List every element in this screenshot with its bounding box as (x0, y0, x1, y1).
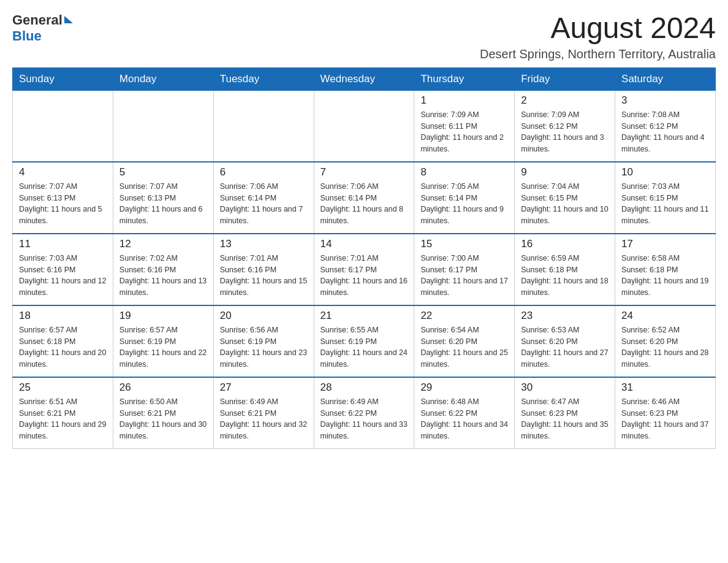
day-number: 21 (320, 310, 408, 322)
day-number: 29 (420, 381, 508, 394)
calendar-cell (314, 90, 414, 162)
calendar-header-sunday: Sunday (13, 67, 113, 90)
day-number: 16 (521, 238, 609, 250)
calendar-cell (113, 90, 213, 162)
calendar-cell: 5Sunrise: 7:07 AM Sunset: 6:13 PM Daylig… (113, 162, 213, 234)
day-info: Sunrise: 6:58 AM Sunset: 6:18 PM Dayligh… (621, 253, 709, 299)
day-number: 18 (19, 310, 107, 322)
calendar-week-row: 11Sunrise: 7:03 AM Sunset: 6:16 PM Dayli… (13, 234, 716, 305)
calendar-cell: 11Sunrise: 7:03 AM Sunset: 6:16 PM Dayli… (13, 234, 113, 305)
day-number: 24 (621, 310, 709, 322)
day-number: 25 (19, 381, 107, 394)
calendar-cell: 12Sunrise: 7:02 AM Sunset: 6:16 PM Dayli… (113, 234, 213, 305)
day-info: Sunrise: 6:54 AM Sunset: 6:20 PM Dayligh… (420, 324, 508, 370)
day-number: 20 (220, 310, 308, 322)
day-number: 5 (119, 166, 207, 178)
day-number: 12 (119, 238, 207, 250)
day-info: Sunrise: 6:49 AM Sunset: 6:21 PM Dayligh… (220, 396, 308, 442)
day-number: 6 (220, 166, 308, 178)
day-info: Sunrise: 6:51 AM Sunset: 6:21 PM Dayligh… (19, 396, 107, 442)
month-title: August 2024 (480, 12, 716, 45)
day-info: Sunrise: 7:09 AM Sunset: 6:11 PM Dayligh… (420, 109, 508, 155)
day-number: 14 (320, 238, 408, 250)
page-header: General Blue August 2024 Desert Springs,… (12, 12, 716, 61)
day-number: 3 (621, 94, 709, 107)
day-number: 28 (320, 381, 408, 394)
day-info: Sunrise: 7:01 AM Sunset: 6:16 PM Dayligh… (220, 253, 308, 299)
calendar-cell: 6Sunrise: 7:06 AM Sunset: 6:14 PM Daylig… (213, 162, 314, 234)
calendar-cell (13, 90, 113, 162)
day-info: Sunrise: 7:06 AM Sunset: 6:14 PM Dayligh… (220, 181, 308, 227)
logo-blue-text: Blue (12, 28, 42, 44)
day-info: Sunrise: 6:50 AM Sunset: 6:21 PM Dayligh… (119, 396, 207, 442)
day-number: 19 (119, 310, 207, 322)
calendar-cell: 23Sunrise: 6:53 AM Sunset: 6:20 PM Dayli… (515, 305, 615, 377)
day-info: Sunrise: 6:47 AM Sunset: 6:23 PM Dayligh… (521, 396, 609, 442)
calendar-header-tuesday: Tuesday (213, 67, 314, 90)
calendar-cell: 20Sunrise: 6:56 AM Sunset: 6:19 PM Dayli… (213, 305, 314, 377)
calendar-header-saturday: Saturday (615, 67, 716, 90)
calendar-cell: 28Sunrise: 6:49 AM Sunset: 6:22 PM Dayli… (314, 377, 414, 449)
calendar-week-row: 1Sunrise: 7:09 AM Sunset: 6:11 PM Daylig… (13, 90, 716, 162)
day-info: Sunrise: 6:56 AM Sunset: 6:19 PM Dayligh… (220, 324, 308, 370)
location-title: Desert Springs, Northern Territory, Aust… (480, 47, 716, 61)
day-number: 30 (521, 381, 609, 394)
calendar-header-friday: Friday (515, 67, 615, 90)
day-number: 27 (220, 381, 308, 394)
calendar-cell: 27Sunrise: 6:49 AM Sunset: 6:21 PM Dayli… (213, 377, 314, 449)
day-info: Sunrise: 6:57 AM Sunset: 6:19 PM Dayligh… (119, 324, 207, 370)
calendar-cell: 29Sunrise: 6:48 AM Sunset: 6:22 PM Dayli… (414, 377, 515, 449)
day-info: Sunrise: 7:08 AM Sunset: 6:12 PM Dayligh… (621, 109, 709, 155)
calendar-cell: 15Sunrise: 7:00 AM Sunset: 6:17 PM Dayli… (414, 234, 515, 305)
day-info: Sunrise: 7:04 AM Sunset: 6:15 PM Dayligh… (521, 181, 609, 227)
logo: General Blue (12, 12, 73, 44)
calendar-week-row: 25Sunrise: 6:51 AM Sunset: 6:21 PM Dayli… (13, 377, 716, 449)
day-info: Sunrise: 6:57 AM Sunset: 6:18 PM Dayligh… (19, 324, 107, 370)
calendar-header-monday: Monday (113, 67, 213, 90)
day-info: Sunrise: 7:06 AM Sunset: 6:14 PM Dayligh… (320, 181, 408, 227)
calendar-cell: 26Sunrise: 6:50 AM Sunset: 6:21 PM Dayli… (113, 377, 213, 449)
day-number: 4 (19, 166, 107, 178)
day-number: 26 (119, 381, 207, 394)
day-info: Sunrise: 7:07 AM Sunset: 6:13 PM Dayligh… (119, 181, 207, 227)
day-info: Sunrise: 7:05 AM Sunset: 6:14 PM Dayligh… (420, 181, 508, 227)
day-info: Sunrise: 6:46 AM Sunset: 6:23 PM Dayligh… (621, 396, 709, 442)
day-info: Sunrise: 7:01 AM Sunset: 6:17 PM Dayligh… (320, 253, 408, 299)
day-number: 13 (220, 238, 308, 250)
calendar-cell: 9Sunrise: 7:04 AM Sunset: 6:15 PM Daylig… (515, 162, 615, 234)
day-number: 10 (621, 166, 709, 178)
calendar-cell (213, 90, 314, 162)
day-info: Sunrise: 6:48 AM Sunset: 6:22 PM Dayligh… (420, 396, 508, 442)
calendar-cell: 4Sunrise: 7:07 AM Sunset: 6:13 PM Daylig… (13, 162, 113, 234)
calendar-cell: 1Sunrise: 7:09 AM Sunset: 6:11 PM Daylig… (414, 90, 515, 162)
day-number: 17 (621, 238, 709, 250)
day-number: 8 (420, 166, 508, 178)
calendar-cell: 24Sunrise: 6:52 AM Sunset: 6:20 PM Dayli… (615, 305, 716, 377)
day-number: 22 (420, 310, 508, 322)
calendar-cell: 19Sunrise: 6:57 AM Sunset: 6:19 PM Dayli… (113, 305, 213, 377)
day-number: 23 (521, 310, 609, 322)
calendar-cell: 25Sunrise: 6:51 AM Sunset: 6:21 PM Dayli… (13, 377, 113, 449)
day-info: Sunrise: 7:07 AM Sunset: 6:13 PM Dayligh… (19, 181, 107, 227)
calendar-cell: 7Sunrise: 7:06 AM Sunset: 6:14 PM Daylig… (314, 162, 414, 234)
day-number: 7 (320, 166, 408, 178)
calendar-cell: 30Sunrise: 6:47 AM Sunset: 6:23 PM Dayli… (515, 377, 615, 449)
day-info: Sunrise: 6:52 AM Sunset: 6:20 PM Dayligh… (621, 324, 709, 370)
day-number: 2 (521, 94, 609, 107)
calendar-table: SundayMondayTuesdayWednesdayThursdayFrid… (12, 67, 716, 449)
calendar-cell: 22Sunrise: 6:54 AM Sunset: 6:20 PM Dayli… (414, 305, 515, 377)
day-info: Sunrise: 7:02 AM Sunset: 6:16 PM Dayligh… (119, 253, 207, 299)
calendar-cell: 13Sunrise: 7:01 AM Sunset: 6:16 PM Dayli… (213, 234, 314, 305)
logo-general-text: General (12, 12, 63, 28)
day-number: 1 (420, 94, 508, 107)
logo-triangle-icon (64, 16, 73, 23)
day-number: 11 (19, 238, 107, 250)
calendar-cell: 14Sunrise: 7:01 AM Sunset: 6:17 PM Dayli… (314, 234, 414, 305)
calendar-cell: 18Sunrise: 6:57 AM Sunset: 6:18 PM Dayli… (13, 305, 113, 377)
calendar-cell: 2Sunrise: 7:09 AM Sunset: 6:12 PM Daylig… (515, 90, 615, 162)
calendar-cell: 3Sunrise: 7:08 AM Sunset: 6:12 PM Daylig… (615, 90, 716, 162)
calendar-header-row: SundayMondayTuesdayWednesdayThursdayFrid… (13, 67, 716, 90)
calendar-cell: 8Sunrise: 7:05 AM Sunset: 6:14 PM Daylig… (414, 162, 515, 234)
calendar-header-wednesday: Wednesday (314, 67, 414, 90)
day-info: Sunrise: 7:03 AM Sunset: 6:16 PM Dayligh… (19, 253, 107, 299)
